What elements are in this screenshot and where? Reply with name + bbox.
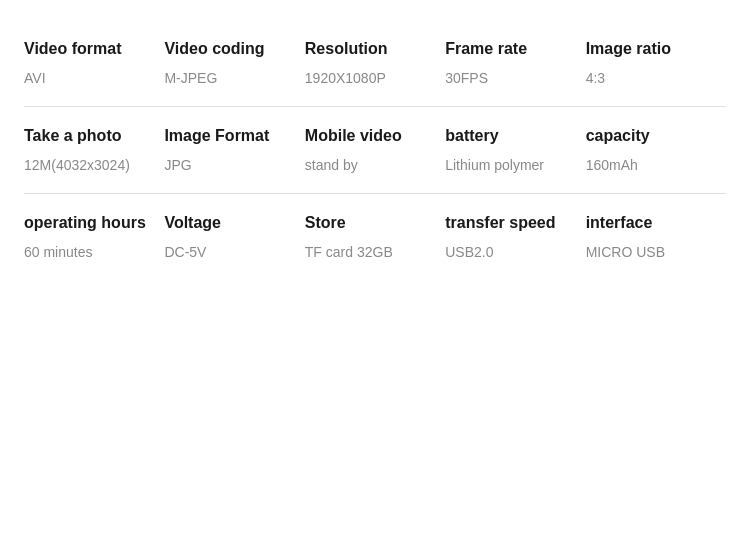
cell-2-5: capacity160mAh	[586, 127, 726, 173]
section-1: Video formatAVIVideo codingM-JPEGResolut…	[24, 20, 726, 106]
cell-label-3-2: Voltage	[164, 214, 304, 232]
cell-value-1-1: AVI	[24, 70, 164, 86]
cell-label-1-5: Image ratio	[586, 40, 726, 58]
cell-1-1: Video formatAVI	[24, 40, 164, 86]
cell-2-3: Mobile videostand by	[305, 127, 445, 173]
cell-1-5: Image ratio4:3	[586, 40, 726, 86]
cell-3-1: operating hours60 minutes	[24, 214, 164, 260]
cell-label-2-2: Image Format	[164, 127, 304, 145]
cell-1-3: Resolution1920X1080P	[305, 40, 445, 86]
cell-label-1-2: Video coding	[164, 40, 304, 58]
cell-value-2-3: stand by	[305, 157, 445, 173]
cell-2-1: Take a photo12M(4032x3024)	[24, 127, 164, 173]
row-wrap-3: operating hours60 minutesVoltageDC-5VSto…	[24, 214, 726, 260]
cell-3-5: interfaceMICRO USB	[586, 214, 726, 260]
cell-value-2-2: JPG	[164, 157, 304, 173]
cell-3-4: transfer speedUSB2.0	[445, 214, 585, 260]
cell-value-1-4: 30FPS	[445, 70, 585, 86]
cell-label-1-3: Resolution	[305, 40, 445, 58]
cell-2-4: batteryLithium polymer	[445, 127, 585, 173]
specs-container: Video formatAVIVideo codingM-JPEGResolut…	[0, 0, 750, 300]
row-wrap-2: Take a photo12M(4032x3024)Image FormatJP…	[24, 127, 726, 173]
cell-label-2-3: Mobile video	[305, 127, 445, 145]
cell-label-1-1: Video format	[24, 40, 164, 58]
cell-1-4: Frame rate30FPS	[445, 40, 585, 86]
row-wrap-1: Video formatAVIVideo codingM-JPEGResolut…	[24, 40, 726, 86]
cell-value-2-1: 12M(4032x3024)	[24, 157, 164, 173]
section-2: Take a photo12M(4032x3024)Image FormatJP…	[24, 107, 726, 193]
cell-value-2-5: 160mAh	[586, 157, 726, 173]
cell-label-3-5: interface	[586, 214, 726, 232]
cell-label-3-1: operating hours	[24, 214, 164, 232]
cell-label-2-1: Take a photo	[24, 127, 164, 145]
cell-value-3-5: MICRO USB	[586, 244, 726, 260]
cell-label-3-4: transfer speed	[445, 214, 585, 232]
cell-label-3-3: Store	[305, 214, 445, 232]
cell-label-2-5: capacity	[586, 127, 726, 145]
cell-label-2-4: battery	[445, 127, 585, 145]
cell-3-3: StoreTF card 32GB	[305, 214, 445, 260]
cell-value-1-2: M-JPEG	[164, 70, 304, 86]
cell-value-3-3: TF card 32GB	[305, 244, 445, 260]
cell-label-1-4: Frame rate	[445, 40, 585, 58]
cell-3-2: VoltageDC-5V	[164, 214, 304, 260]
cell-2-2: Image FormatJPG	[164, 127, 304, 173]
cell-value-3-4: USB2.0	[445, 244, 585, 260]
cell-value-1-3: 1920X1080P	[305, 70, 445, 86]
cell-1-2: Video codingM-JPEG	[164, 40, 304, 86]
cell-value-3-2: DC-5V	[164, 244, 304, 260]
section-3: operating hours60 minutesVoltageDC-5VSto…	[24, 194, 726, 280]
cell-value-1-5: 4:3	[586, 70, 726, 86]
cell-value-3-1: 60 minutes	[24, 244, 164, 260]
cell-value-2-4: Lithium polymer	[445, 157, 585, 173]
